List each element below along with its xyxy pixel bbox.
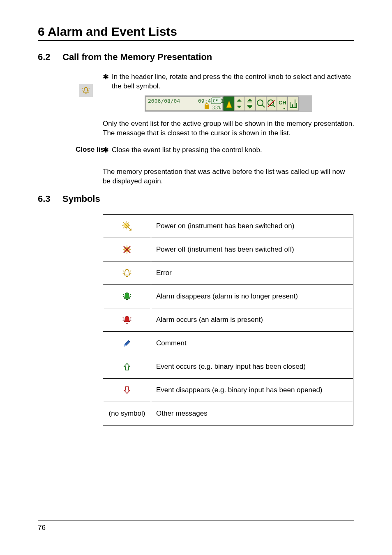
section-heading-6-3: 6.3 Symbols: [38, 194, 354, 204]
symbol-desc: Alarm disappears (alarm is no longer pre…: [151, 285, 353, 308]
page-number: 76: [38, 524, 46, 532]
svg-line-48: [123, 294, 124, 295]
svg-line-46: [130, 273, 131, 274]
svg-line-51: [130, 296, 131, 297]
close-list-label: Close list: [76, 146, 107, 154]
svg-line-55: [123, 320, 124, 321]
chapter-title: 6 Alarm and Event Lists: [38, 25, 354, 39]
close-list-text: Close the event list by pressing the con…: [112, 146, 262, 155]
table-row: (no symbol) Other messages: [103, 402, 353, 426]
toolbar-percent: 33%: [212, 105, 221, 111]
close-list-step: ✱ Close the event list by pressing the c…: [103, 146, 354, 155]
svg-line-49: [130, 294, 131, 295]
svg-line-33: [128, 222, 129, 223]
svg-rect-9: [205, 105, 209, 109]
svg-line-56: [130, 320, 131, 321]
section-title: Call from the Memory Presentation: [62, 52, 212, 62]
svg-line-53: [123, 317, 124, 318]
symbol-desc: Power on (instrument has been switched o…: [151, 215, 353, 238]
table-row: Event occurs (e.g. binary input has been…: [103, 355, 353, 379]
event-occurs-arrow-up-icon: [103, 355, 151, 379]
memory-presentation-note: Only the event list for the active group…: [103, 119, 354, 138]
bullet-star-icon: ✱: [103, 72, 112, 82]
svg-line-45: [123, 273, 124, 274]
chapter-rule: [38, 40, 354, 41]
event-disappears-arrow-down-icon: [103, 379, 151, 402]
memory-restore-note: The memory presentation that was active …: [103, 167, 354, 186]
instruction-text: In the header line, rotate and press the…: [112, 72, 354, 91]
toolbar-date: 2006/08/04: [148, 98, 180, 104]
alarm-disappears-icon: [103, 285, 151, 308]
table-row: Event disappears (e.g. binary input has …: [103, 379, 353, 402]
instruction-step: ✱ In the header line, rotate and press t…: [103, 72, 354, 91]
comment-pen-icon: [103, 332, 151, 355]
svg-text:CH: CH: [279, 99, 286, 106]
symbol-desc: Other messages: [151, 402, 353, 426]
table-row: Comment: [103, 332, 353, 355]
symbols-table: Power on (instrument has been switched o…: [103, 214, 353, 426]
svg-line-34: [123, 227, 124, 228]
power-off-icon: [103, 238, 151, 261]
svg-line-44: [130, 271, 131, 271]
section-number: 6.2: [38, 52, 62, 62]
power-on-icon: [103, 215, 151, 238]
section-title: Symbols: [62, 194, 100, 204]
svg-line-3: [83, 90, 83, 91]
svg-text:CF: CF: [213, 99, 218, 103]
bell-icon-box: [79, 84, 93, 97]
bell-icon: [82, 86, 90, 95]
svg-line-4: [89, 90, 90, 91]
section-number: 6.3: [38, 194, 62, 204]
table-row: Error: [103, 261, 353, 285]
svg-line-43: [123, 271, 124, 271]
svg-line-2: [89, 88, 90, 89]
no-symbol-cell: (no symbol): [103, 402, 151, 426]
alarm-occurs-icon: [103, 308, 151, 332]
svg-line-31: [123, 222, 124, 223]
svg-rect-11: [234, 97, 245, 111]
symbol-desc: Alarm occurs (an alarm is present): [151, 308, 353, 332]
table-row: Power off (instrument has been switched …: [103, 238, 353, 261]
table-row: Power on (instrument has been switched o…: [103, 215, 353, 238]
page-footer: 76: [38, 520, 354, 532]
symbol-desc: Event occurs (e.g. binary input has been…: [151, 355, 353, 379]
svg-line-1: [83, 88, 83, 89]
svg-rect-12: [245, 97, 256, 111]
symbol-desc: Error: [151, 261, 353, 285]
section-heading-6-2: 6.2 Call from the Memory Presentation: [38, 52, 354, 62]
svg-line-50: [123, 296, 124, 297]
symbol-desc: Event disappears (e.g. binary input has …: [151, 379, 353, 402]
table-row: Alarm occurs (an alarm is present): [103, 308, 353, 332]
error-bell-icon: [103, 261, 151, 285]
header-toolbar: 2006/08/04 09:49:51 CF 33% CH: [145, 95, 312, 112]
svg-line-54: [130, 317, 131, 318]
symbol-desc: Power off (instrument has been switched …: [151, 238, 353, 261]
table-row: Alarm disappears (alarm is no longer pre…: [103, 285, 353, 308]
symbol-desc: Comment: [151, 332, 353, 355]
